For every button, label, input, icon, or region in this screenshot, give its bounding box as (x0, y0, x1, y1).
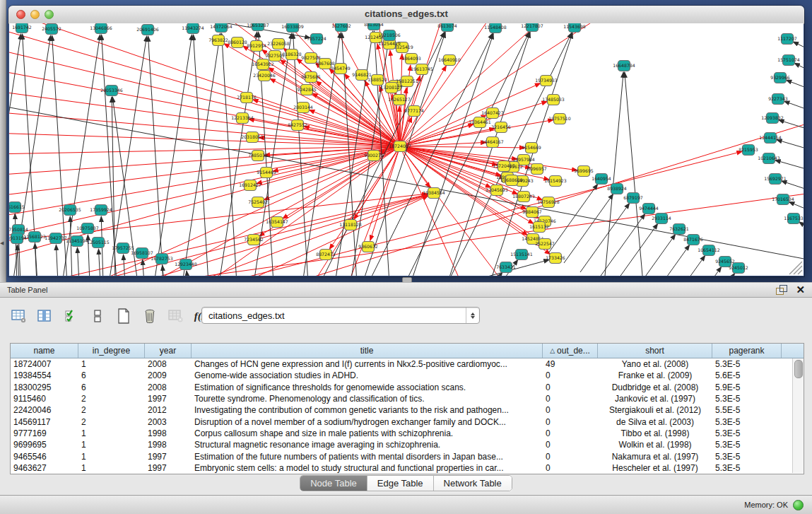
graph-node-teal[interactable]: 1167533 (784, 214, 804, 224)
graph-node-teal[interactable]: 9245012 (729, 263, 748, 274)
column-checks-icon[interactable] (62, 307, 81, 325)
graph-node-yellow[interactable]: 16407427 (481, 108, 504, 119)
citation-edge-black[interactable] (608, 223, 658, 276)
graph-node-teal[interactable]: 8215953 (739, 145, 758, 156)
graph-node-yellow[interactable]: 9475685 (301, 72, 321, 83)
graph-node-teal[interactable]: 10210643 (758, 153, 780, 164)
citation-edge-red[interactable] (151, 193, 804, 276)
graph-node-teal[interactable]: 12444154 (759, 133, 782, 144)
graph-node-teal[interactable]: 1640954 (592, 174, 611, 185)
citation-edge-black[interactable] (789, 201, 804, 212)
graph-node-teal[interactable]: 9474444 (639, 204, 659, 214)
citation-edge-black[interactable] (777, 140, 804, 151)
graph-node-yellow[interactable]: 1733426 (546, 253, 565, 264)
citation-edge-black[interactable] (56, 245, 58, 276)
citation-edge-black[interactable] (98, 249, 100, 276)
graph-node-yellow[interactable]: 17485033 (542, 95, 565, 105)
citation-edge-black[interactable] (143, 259, 144, 276)
graph-node-teal[interactable]: 20053346 (100, 86, 123, 96)
graph-node-teal[interactable]: 7633421 (496, 262, 516, 273)
table-row[interactable]: 946554611997Estimation of the future num… (11, 450, 804, 462)
graph-node-teal[interactable]: 2405572 (42, 24, 61, 35)
citation-edge-black[interactable] (625, 72, 643, 276)
citation-edge-black[interactable] (580, 203, 630, 272)
graph-node-teal[interactable]: 10975887 (76, 223, 99, 234)
table-row[interactable]: 1938455462009Genome-wide association stu… (11, 370, 804, 381)
table-row[interactable]: 969969511998Structural magnetic resonanc… (11, 439, 804, 450)
table-row[interactable]: 1830029562008Estimation of significance … (11, 382, 804, 393)
citation-edge-black[interactable] (794, 63, 804, 73)
column-header-in-degree[interactable]: in_degree (78, 344, 145, 358)
citation-edge-red[interactable] (9, 27, 400, 146)
graph-node-teal[interactable]: 9227343 (768, 94, 788, 105)
column-header-year[interactable]: year (145, 344, 192, 358)
network-canvas[interactable]: 1872400779638228860128891295423226058982… (9, 23, 804, 276)
graph-node-yellow[interactable]: 12213364 (231, 113, 254, 124)
graph-node-teal[interactable]: 11543698 (563, 23, 586, 33)
graph-node-teal[interactable]: 12505115 (87, 238, 110, 248)
citation-edge-black[interactable] (564, 194, 613, 263)
graph-node-yellow[interactable]: 2718176 (237, 93, 257, 103)
column-header-title[interactable]: title (192, 344, 543, 358)
graph-node-teal[interactable]: 11568123 (23, 232, 46, 243)
citation-edge-black[interactable] (784, 101, 804, 112)
graph-node-teal[interactable]: 8613074 (437, 23, 457, 32)
close-panel-icon[interactable]: ✕ (796, 285, 805, 295)
citation-edge-black[interactable] (222, 33, 237, 276)
table-row[interactable]: 2242004622012Investigating the contribut… (11, 404, 804, 416)
graph-node-yellow[interactable]: 10364461 (469, 117, 491, 128)
graph-node-yellow[interactable]: 16464167 (481, 137, 504, 148)
citation-edge-black[interactable] (447, 33, 572, 276)
graph-node-teal[interactable]: 7857224 (307, 34, 326, 45)
row-height-icon[interactable] (88, 307, 107, 325)
graph-node-teal[interactable]: 16033809 (281, 23, 304, 33)
graph-node-teal[interactable]: 16648784 (613, 61, 635, 71)
graph-node-yellow[interactable]: 16154923 (544, 176, 567, 187)
table-row[interactable]: 946362711997Embryonic stem cells: a mode… (11, 462, 804, 474)
show-columns-icon[interactable] (36, 307, 54, 325)
citation-edge-black[interactable] (154, 35, 192, 276)
graph-node-yellow[interactable]: 7485033 (248, 151, 268, 161)
graph-node-teal[interactable]: 6879197 (623, 193, 643, 204)
splitter-collapse-icon[interactable]: ◀ (0, 240, 4, 246)
graph-node-yellow[interactable]: 1864093 (401, 54, 421, 64)
delete-column-icon[interactable] (141, 307, 159, 325)
citation-edge-red[interactable] (400, 146, 525, 148)
float-panel-icon[interactable] (776, 285, 787, 295)
citation-edge-black[interactable] (686, 273, 735, 276)
graph-node-yellow[interactable]: 8186328 (282, 49, 302, 60)
table-row[interactable]: 1456911722003Disruption of a novel membe… (11, 416, 804, 427)
table-mode-icon[interactable] (10, 307, 28, 325)
graph-node-teal[interactable]: 11943274 (182, 23, 204, 34)
graph-node-yellow[interactable]: 3216456 (491, 122, 511, 133)
graph-node-teal[interactable]: 20691406 (136, 25, 159, 35)
column-header-out-de-[interactable]: △out_de... (543, 344, 598, 358)
graph-node-yellow[interactable]: 7525402 (248, 197, 268, 208)
citation-edge-black[interactable] (447, 33, 530, 276)
table-row[interactable]: 1872400712008Changes of HCN gene express… (11, 358, 804, 370)
table-row[interactable]: 911546021997Tourette syndrome. Phenomeno… (11, 393, 804, 404)
graph-node-teal[interactable]: 11548408 (484, 23, 507, 33)
citation-edge-red[interactable] (400, 83, 541, 146)
column-header-name[interactable]: name (11, 344, 78, 358)
graph-node-yellow[interactable]: 18757510 (548, 114, 571, 124)
graph-node-teal[interactable]: 8813054 (364, 23, 384, 30)
citation-edge-black[interactable] (77, 247, 79, 276)
window-resize-grip[interactable] (789, 262, 802, 274)
citation-edge-black[interactable] (672, 267, 722, 276)
citation-edge-black[interactable] (793, 42, 804, 52)
citation-edge-black[interactable] (604, 72, 623, 276)
graph-node-teal[interactable]: 12093832 (761, 113, 784, 124)
citation-edge-black[interactable] (799, 222, 804, 231)
graph-node-teal[interactable]: 2616615 (9, 202, 25, 213)
table-selector-dropdown[interactable]: citations_edges.txt (201, 307, 480, 324)
graph-node-teal[interactable]: 10653287 (247, 23, 269, 31)
graph-node-teal[interactable]: 1527602 (331, 23, 351, 32)
graph-node-yellow[interactable]: 9360672 (358, 242, 378, 252)
graph-node-yellow[interactable]: 8912954 (247, 41, 266, 52)
citation-edge-black[interactable] (626, 234, 676, 276)
network-view-window[interactable]: citations_edges.txt 18724007796382288601… (8, 6, 804, 276)
table-scrollbar[interactable] (792, 358, 804, 473)
tab-edge-table[interactable]: Edge Table (367, 476, 434, 491)
column-header-short[interactable]: short (598, 344, 712, 358)
